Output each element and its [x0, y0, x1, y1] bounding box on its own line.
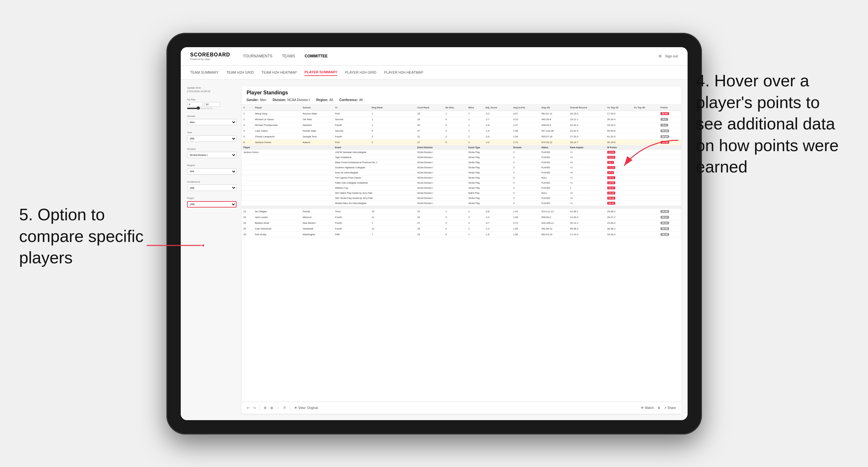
tooltip-cell-event: SEC Match Play hosted by Jerry Pate: [333, 190, 415, 195]
tooltip-cell-division: NCAA Division I: [415, 200, 466, 206]
settings-icon[interactable]: ⚙: [658, 54, 662, 58]
tooltip-cell-division: NCAA Division I: [415, 160, 466, 165]
tooltip-row: Williams Cup NCAA Division I Stroke Play…: [242, 185, 681, 190]
more-button[interactable]: ···: [277, 406, 279, 410]
no-rds-min-input[interactable]: [187, 102, 203, 107]
cell-no-rds: 0: [443, 122, 466, 128]
points-badge-gray[interactable]: 38.49: [660, 233, 670, 236]
division-select[interactable]: NCAA Division I: [187, 152, 237, 158]
redo-button[interactable]: ↪: [253, 406, 256, 410]
cell-conf-rank: 24: [415, 214, 443, 220]
no-rds-slider[interactable]: [187, 108, 237, 109]
region-select[interactable]: N/A: [187, 168, 237, 175]
download-button[interactable]: ⬇: [658, 406, 660, 410]
copy-button[interactable]: ⊞: [270, 406, 273, 410]
cell-no-rds: 0: [443, 214, 466, 220]
cell-top50: [632, 226, 658, 231]
cell-reg-rank: 10: [370, 209, 415, 214]
points-badge-gray[interactable]: 60.54: [660, 129, 670, 132]
sub-nav-team-h2h-heatmap[interactable]: TEAM H2H HEATMAP: [261, 69, 297, 75]
cell-wins: 1: [466, 226, 483, 231]
points-badge-gray[interactable]: 76.3: [660, 118, 668, 121]
cell-school: Vanderbilt: [301, 226, 333, 231]
cell-points[interactable]: 30.95: [658, 226, 681, 231]
nav-teams[interactable]: TEAMS: [282, 53, 295, 60]
table-scroll[interactable]: # Player School Yr Reg Rank Conf Rank No…: [242, 104, 681, 402]
cell-no-rds: 2: [443, 220, 466, 226]
cell-points[interactable]: 60.64: [658, 111, 681, 116]
player-select[interactable]: (All): [187, 201, 237, 208]
cell-school: Ole Miss: [301, 116, 333, 122]
tooltip-row: Mirabel Maui Jim Intercollegiate NCAA Di…: [242, 200, 681, 206]
cell-points[interactable]: 60.02: [658, 220, 681, 226]
table-title: Player Standings: [247, 90, 676, 96]
cell-top50: [632, 116, 658, 122]
points-badge[interactable]: 60.64: [660, 112, 670, 115]
tooltip-cell-player: [242, 175, 334, 180]
tooltip-cell-event: Williams Cup: [333, 185, 415, 190]
clock-button[interactable]: ⏱: [283, 406, 286, 410]
cell-avg-to-par: 3.10: [511, 116, 540, 122]
points-badge-gray[interactable]: 70.2: [660, 124, 668, 127]
sub-nav-team-h2h-grid[interactable]: TEAM H2H GRID: [226, 69, 254, 75]
settings-button[interactable]: ⚙: [264, 406, 267, 410]
cell-points[interactable]: 60.27: [658, 214, 681, 220]
cell-num: 25: [242, 226, 253, 231]
nav-tournaments[interactable]: TOURNAMENTS: [243, 53, 272, 60]
cell-avg-to-par: 0.74: [511, 220, 540, 226]
cell-top50: [632, 122, 658, 128]
cell-overall: 14-26-1: [568, 209, 605, 214]
sub-nav-player-h2h-grid[interactable]: PLAYER H2H GRID: [345, 69, 376, 75]
conference-label: Conference: [187, 180, 237, 183]
gender-filter-display: Gender: Men: [247, 98, 267, 102]
cell-wins: 1: [466, 209, 483, 214]
table-row: 2 Michael Le Sasso Ole Miss Second 1 18 …: [242, 116, 681, 122]
cell-avg-sg: 533-57-16: [540, 133, 568, 139]
sign-out-link[interactable]: Sign out: [665, 54, 678, 58]
cell-top25: 19-36-2: [605, 220, 632, 226]
points-badge-gray[interactable]: 60.02: [660, 222, 670, 224]
share-label: Share: [668, 406, 676, 410]
cell-reg-rank: 2: [370, 133, 415, 139]
cell-top50: [632, 209, 658, 214]
share-button[interactable]: ↗ Share: [664, 406, 676, 410]
nav-committee[interactable]: COMMITTEE: [305, 53, 328, 60]
outer-wrapper: SCOREBOARD Powered by clippi TOURNAMENTS…: [0, 0, 868, 467]
division-filter-label: Division:: [273, 98, 286, 102]
sub-nav-team-summary[interactable]: TEAM SUMMARY: [190, 69, 219, 75]
tooltip-cell-player: [242, 185, 334, 190]
tooltip-cell-division: NCAA Division I: [415, 175, 466, 180]
points-badge-gray[interactable]: 30.95: [660, 227, 670, 230]
points-badge-gray[interactable]: 60.58: [660, 210, 670, 213]
cell-points[interactable]: 76.3: [658, 116, 681, 122]
cell-wins: 1: [466, 128, 483, 133]
cell-points[interactable]: 38.49: [658, 231, 681, 237]
cell-player: Michael Thorbjornsen: [253, 122, 301, 128]
tooltip-cell-division: NCAA Division I: [415, 155, 466, 160]
conference-select[interactable]: (All): [187, 185, 237, 191]
points-badge-gray[interactable]: 60.27: [660, 216, 670, 219]
no-rds-max-input[interactable]: [204, 102, 220, 107]
col-school: School: [301, 104, 333, 111]
w-points-badge: 20.64: [607, 151, 616, 154]
sub-nav-player-summary[interactable]: PLAYER SUMMARY: [304, 69, 337, 76]
tooltip-cell-wpoints: 66.40: [605, 200, 681, 206]
cell-overall: 19-11-1: [568, 116, 605, 122]
undo-button[interactable]: ↩: [247, 406, 249, 410]
cell-overall: 65-38-3: [568, 226, 605, 231]
cell-points[interactable]: 70.2: [658, 122, 681, 128]
w-points-badge: 73.23: [607, 166, 616, 169]
cell-school: Washington: [301, 231, 333, 237]
view-original-button[interactable]: 👁 View: Original: [294, 406, 318, 410]
cell-points[interactable]: 60.58: [658, 209, 681, 214]
tooltip-cell-event: Tiger Invitational: [333, 155, 415, 160]
tooltip-cell-player: [242, 190, 334, 195]
gender-select[interactable]: Men: [187, 119, 237, 125]
year-select[interactable]: (All): [187, 135, 237, 142]
tablet-frame: SCOREBOARD Powered by clippi TOURNAMENTS…: [166, 33, 702, 435]
col-no-rds: No Rds.: [443, 104, 466, 111]
watch-button[interactable]: 👁 Watch: [641, 406, 654, 410]
sub-nav-player-h2h-heatmap[interactable]: PLAYER H2H HEATMAP: [384, 69, 423, 75]
tooltip-cell-event: Wake Forest Invitational at Pinehurst No…: [333, 160, 415, 165]
cell-points[interactable]: 60.54: [658, 128, 681, 133]
